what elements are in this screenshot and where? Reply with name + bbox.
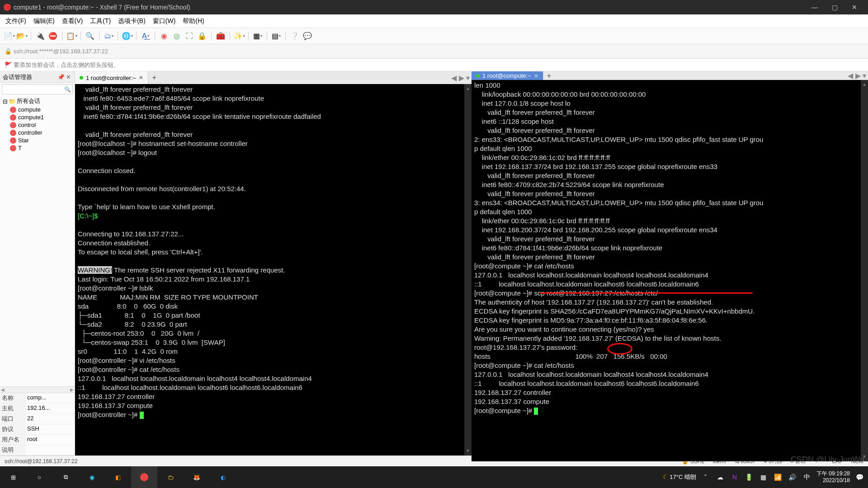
prop-user-v: root (25, 435, 75, 445)
xagent-button[interactable]: ◉ (159, 31, 170, 42)
session-icon (10, 122, 16, 128)
tray-app-icon[interactable]: ▦ (759, 474, 769, 481)
menu-view[interactable]: 查看(V) (59, 16, 86, 26)
disconnect-button[interactable]: ⛔ (47, 31, 58, 42)
explorer-icon[interactable]: 🗀 (157, 466, 184, 488)
xftp-button[interactable]: ◎ (171, 31, 182, 42)
sessions-button[interactable]: 🗂 (103, 31, 114, 42)
tree-hscroll[interactable]: ◀▶ (0, 386, 75, 393)
taskbar-clock[interactable]: 下午 09:19:28 2022/10/18 (816, 470, 850, 484)
session-search-input[interactable] (2, 84, 73, 94)
menu-window[interactable]: 窗口(W) (150, 16, 179, 26)
terminal-right-scrollbar[interactable]: ▲▼ (861, 80, 868, 461)
new-session-button[interactable]: 📄 (4, 31, 14, 42)
hint-text: 要添加当前会话，点击左侧的箭头按钮。 (14, 61, 119, 69)
open-button[interactable]: 📂 (16, 31, 27, 42)
globe-button[interactable]: 🌐 (122, 31, 132, 42)
session-icon (10, 107, 16, 113)
tools-button[interactable]: 🧰 (215, 31, 226, 42)
tab-close-icon[interactable]: ✕ (534, 73, 538, 79)
tree-item-t[interactable]: T (2, 144, 73, 152)
layout-button[interactable]: ▦ (252, 31, 263, 42)
tree-item-compute[interactable]: compute (2, 106, 73, 113)
tab-add-left[interactable]: + (148, 71, 160, 84)
tile-button[interactable]: ▤ (271, 31, 282, 42)
app-icon[interactable]: ◐ (210, 466, 236, 488)
cursor (140, 412, 144, 419)
tab-close-icon[interactable]: ✕ (139, 75, 143, 81)
cursor (534, 408, 538, 415)
start-button[interactable]: ⊞ (0, 466, 26, 488)
tray-notifications-icon[interactable]: 💬 (854, 474, 864, 481)
prop-proto-v: SSH (25, 424, 75, 434)
edge-icon[interactable]: ◉ (79, 466, 105, 488)
ime-indicator[interactable]: 中 (802, 473, 812, 481)
address-text: ssh://root:******@192.168.137.37:22 (14, 48, 108, 55)
session-icon (10, 145, 16, 151)
minimize-button[interactable]: — (805, 0, 825, 14)
lock-icon: 🔒 (5, 48, 12, 55)
tab-compute[interactable]: 1 root@compute:~ ✕ (472, 71, 543, 80)
prop-user-k: 用户名 (0, 435, 25, 445)
search-icon: 🔍 (64, 86, 71, 93)
panel-close-icon[interactable]: ✕ (65, 74, 72, 80)
search-button[interactable]: 🔍 (85, 31, 95, 42)
firefox-icon[interactable]: 🦊 (184, 466, 210, 488)
tray-volume-icon[interactable]: 🔊 (788, 474, 797, 481)
reconnect-button[interactable]: 🔌 (35, 31, 46, 42)
xshell-icon[interactable] (131, 466, 157, 488)
help-button[interactable]: ❔ (289, 31, 300, 42)
tray-onenote-icon[interactable]: N (730, 474, 740, 481)
tray-battery-icon[interactable]: 🔋 (744, 474, 754, 481)
copy-button[interactable]: 📋 (66, 31, 77, 42)
lock-button[interactable]: 🔒 (197, 31, 208, 42)
tray-cloud-icon[interactable]: ☁ (715, 474, 725, 481)
app-icon (4, 4, 11, 11)
maximize-button[interactable]: ▢ (825, 0, 844, 14)
terminal-right[interactable]: len 1000 link/loopback 00:00:00:00:00:00… (472, 80, 868, 461)
chat-button[interactable]: 💬 (302, 31, 313, 42)
tray-chevron-icon[interactable]: ˄ (701, 474, 711, 481)
taskview-button[interactable]: ⧉ (52, 466, 79, 488)
menu-tool[interactable]: 工具(T) (87, 16, 113, 26)
tree-item-controller[interactable]: controller (2, 129, 73, 136)
prop-desc-k: 说明 (0, 445, 25, 455)
prop-name-k: 名称 (0, 393, 25, 403)
menu-tab[interactable]: 选项卡(B) (115, 16, 148, 26)
tree-root-all[interactable]: ⊟📁所有会话 (2, 97, 73, 106)
menu-edit[interactable]: 编辑(E) (31, 16, 57, 26)
menu-help[interactable]: 帮助(H) (180, 16, 207, 26)
tabstrip-right: 1 root@compute:~ ✕ + ◀ ▶ ▾ (472, 71, 868, 80)
search-button[interactable]: ○ (26, 466, 52, 488)
fullscreen-button[interactable]: ⛶ (184, 31, 195, 42)
menu-file[interactable]: 文件(F) (3, 16, 29, 26)
prop-host-k: 主机 (0, 404, 25, 413)
pin-icon[interactable]: 📌 (57, 74, 65, 80)
tabstrip-left: 1 root@controller:~ ✕ + ◀ ▶ ▾ (75, 71, 472, 84)
tab-label: 1 root@controller:~ (86, 75, 136, 81)
prop-port-v: 22 (25, 414, 75, 424)
status-dot-icon (476, 74, 480, 78)
address-bar[interactable]: 🔒 ssh://root:******@192.168.137.37:22 (0, 44, 868, 59)
terminal-left-scrollbar[interactable]: ▲▼ (464, 84, 472, 455)
session-tree: ⊟📁所有会话 compute compute1 control controll… (0, 96, 75, 386)
tab-controller[interactable]: 1 root@controller:~ ✕ (75, 71, 148, 84)
flag-icon: 🚩 (5, 61, 12, 68)
terminal-left[interactable]: valid_lft forever preferred_lft forever … (75, 84, 472, 455)
tab-add-right[interactable]: + (543, 71, 555, 80)
session-manager-header: 会话管理器 📌 ✕ (0, 71, 75, 83)
highlight-button[interactable]: ✨ (234, 31, 245, 42)
tab-nav-left[interactable]: ◀ ▶ ▾ (449, 71, 472, 84)
tab-nav-right[interactable]: ◀ ▶ ▾ (846, 71, 868, 80)
tree-item-compute1[interactable]: compute1 (2, 113, 73, 121)
vm-icon[interactable]: ◧ (105, 466, 131, 488)
tree-item-control[interactable]: control (2, 121, 73, 129)
tray-wifi-icon[interactable]: 📶 (773, 474, 783, 481)
tree-item-star[interactable]: Star (2, 136, 73, 144)
weather-widget[interactable]: ☾ 17°C 晴朗 (663, 473, 696, 481)
font-button[interactable]: A͟ (140, 31, 151, 42)
prop-name-v: comp... (25, 393, 75, 403)
close-button[interactable]: ✕ (844, 0, 864, 14)
annotation-underline (540, 292, 753, 294)
prop-proto-k: 协议 (0, 424, 25, 434)
